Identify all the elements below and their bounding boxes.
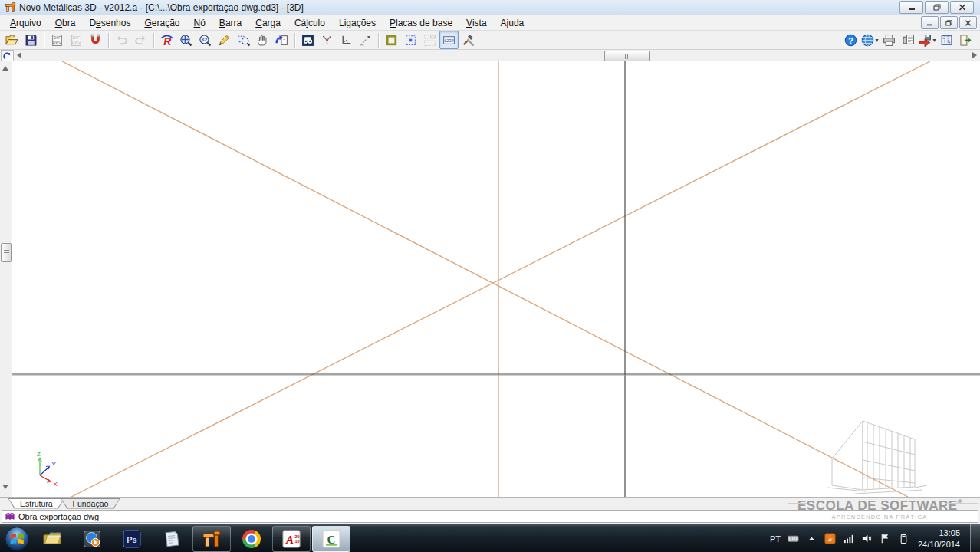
tray-java-button[interactable] xyxy=(824,533,836,544)
taskbar-photoshop-button[interactable]: Ps xyxy=(113,526,151,552)
search-binoculars-button[interactable] xyxy=(298,31,317,49)
windows-start-icon xyxy=(4,526,30,552)
minimize-button[interactable] xyxy=(899,1,923,14)
axis-z-label: Z xyxy=(37,451,41,458)
start-button[interactable] xyxy=(2,524,32,552)
zoom-extents-button[interactable] xyxy=(176,31,196,49)
export-dwg-button[interactable]: ▾ xyxy=(918,31,937,49)
taskbar-autocad-button[interactable]: A2010 xyxy=(272,526,311,552)
pan-hand-button[interactable] xyxy=(253,31,272,49)
mdi-minimize-button[interactable] xyxy=(921,16,939,29)
book-icon xyxy=(5,512,15,521)
scroll-up-arrow[interactable] xyxy=(2,66,8,71)
h-scroll-thumb[interactable] xyxy=(604,51,650,61)
taskbar-notepad-button[interactable] xyxy=(153,526,191,552)
mdi-close-button[interactable] xyxy=(959,16,977,29)
save-button[interactable] xyxy=(21,31,41,49)
help-button[interactable]: ? xyxy=(841,31,860,49)
taskbar-cype-button[interactable]: C xyxy=(312,526,350,552)
menu-carga[interactable]: Carga xyxy=(248,16,288,30)
dxf-import-icon: DXFDWG xyxy=(51,34,64,47)
open-folder-button[interactable] xyxy=(2,31,21,49)
svg-text:C: C xyxy=(327,533,336,545)
node-arrows-button[interactable] xyxy=(317,31,337,49)
toolbar-separator xyxy=(44,33,44,48)
tray-battery-button[interactable] xyxy=(898,533,909,544)
drawing-canvas[interactable]: Z Y X xyxy=(12,61,980,497)
menu-arquivo[interactable]: Arquivo xyxy=(3,16,48,30)
mdi-window-controls xyxy=(921,16,980,29)
support-angle-button[interactable] xyxy=(337,31,356,49)
search-binoculars-icon xyxy=(301,34,314,47)
close-button[interactable] xyxy=(950,1,974,14)
undo-icon xyxy=(115,34,128,47)
print-preview-button[interactable] xyxy=(899,31,918,49)
window-views-button[interactable] xyxy=(937,31,956,49)
clock[interactable]: 13:05 24/10/2014 xyxy=(918,527,960,550)
previous-view-button[interactable] xyxy=(272,31,291,49)
restore-button[interactable] xyxy=(925,1,949,14)
flag-icon xyxy=(880,533,891,544)
menu-ligacoes[interactable]: Ligações xyxy=(332,16,383,30)
taskbar-metalicas3d-button[interactable] xyxy=(192,526,231,552)
menu-vista[interactable]: Vista xyxy=(459,16,493,30)
taskbar-chrome-button[interactable] xyxy=(232,526,271,552)
yellow-square-button[interactable] xyxy=(382,31,401,49)
menu-obra[interactable]: Obra xyxy=(48,16,83,30)
show-desktop-button[interactable] xyxy=(970,524,980,552)
tray-volume-button[interactable] xyxy=(861,533,873,544)
mdi-restore-button[interactable] xyxy=(940,16,958,29)
svg-text:×2: ×2 xyxy=(202,37,208,42)
display-panel-button[interactable]: 1234 xyxy=(439,31,459,49)
exit-button[interactable] xyxy=(956,31,975,49)
menu-placas-de-base[interactable]: Placas de base xyxy=(383,16,459,30)
menu-ajuda[interactable]: Ajuda xyxy=(494,16,531,30)
photoshop-icon: Ps xyxy=(122,529,142,549)
zoom-pencil-button[interactable] xyxy=(215,31,234,49)
taskbar-media-player-button[interactable] xyxy=(73,526,111,552)
dropdown-arrow-icon[interactable]: ▾ xyxy=(932,37,936,44)
menu-desenhos[interactable]: Desenhos xyxy=(82,16,137,30)
tray-keyboard-button[interactable] xyxy=(788,533,799,544)
java-icon xyxy=(824,533,836,544)
dxf-import-button[interactable]: DXFDWG xyxy=(48,31,67,49)
toolbar-right: ?▾▾ xyxy=(841,31,975,49)
menu-calculo[interactable]: Cálculo xyxy=(288,16,332,30)
rotate-view-button[interactable] xyxy=(1,50,14,62)
menu-geracao[interactable]: Geração xyxy=(137,16,186,30)
tools-button[interactable] xyxy=(459,31,478,49)
dxf-export-icon: DXFDWG xyxy=(70,34,83,47)
notepad-icon xyxy=(162,529,182,549)
magnet-button[interactable] xyxy=(86,31,105,49)
tray-network-button[interactable] xyxy=(843,533,854,544)
tab-fundacao[interactable]: Fundação xyxy=(61,498,121,509)
menu-no[interactable]: Nó xyxy=(187,16,212,30)
language-indicator[interactable]: PT xyxy=(770,534,781,544)
zoom-x2-button[interactable]: ×2 xyxy=(196,31,215,49)
redraw-button[interactable]: R xyxy=(157,31,176,49)
zoom-window-button[interactable] xyxy=(234,31,253,49)
taskbar-explorer-button[interactable] xyxy=(33,526,71,552)
selection-center-button[interactable] xyxy=(401,31,420,49)
main-area: Z Y X xyxy=(0,61,980,497)
tray-action-center-button[interactable] xyxy=(880,533,891,544)
scroll-right-arrow[interactable] xyxy=(972,52,977,58)
print-button[interactable] xyxy=(880,31,899,49)
yellow-square-icon xyxy=(385,34,398,47)
window-views-icon xyxy=(940,34,953,47)
scroll-down-arrow[interactable] xyxy=(2,485,8,489)
scroll-left-arrow[interactable] xyxy=(17,52,21,58)
tray-hidden-icons-button[interactable] xyxy=(806,533,817,544)
v-scroll-thumb[interactable] xyxy=(1,243,12,262)
toolbar: DXFDWGDXFDWGR×21234 ?▾▾ xyxy=(0,31,980,50)
zoom-pencil-icon xyxy=(218,34,231,47)
mdi-minimize-icon xyxy=(926,20,933,26)
globe-button[interactable]: ▾ xyxy=(860,31,880,49)
menu-barra[interactable]: Barra xyxy=(212,16,248,30)
tab-label: Fundação xyxy=(61,499,121,509)
tab-estrutura[interactable]: Estrutura xyxy=(8,498,65,509)
svg-text:Ps: Ps xyxy=(127,534,136,544)
magnet-icon xyxy=(89,34,102,47)
dropdown-arrow-icon[interactable]: ▾ xyxy=(875,37,878,44)
measure-button[interactable] xyxy=(356,31,375,49)
